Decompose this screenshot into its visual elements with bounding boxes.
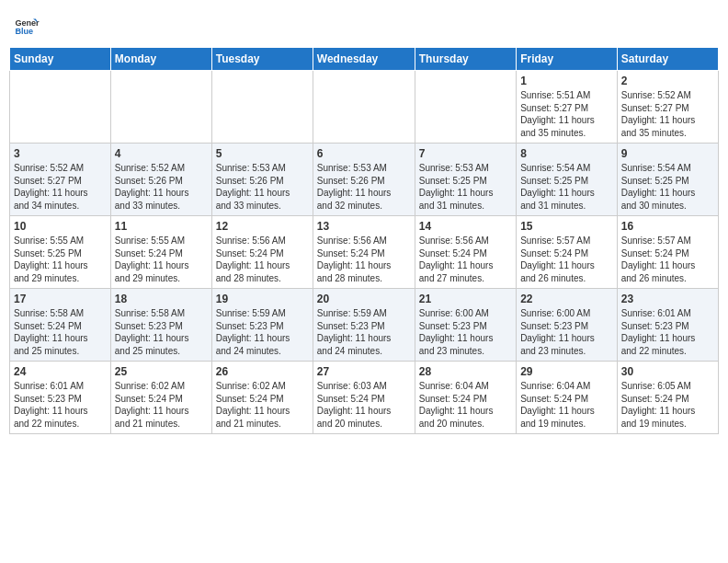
calendar-cell — [110, 71, 211, 144]
day-number: 30 — [621, 365, 714, 378]
calendar-week-3: 10Sunrise: 5:55 AMSunset: 5:25 PMDayligh… — [10, 216, 719, 289]
day-info: Sunrise: 5:55 AMSunset: 5:24 PMDaylight:… — [115, 235, 208, 284]
day-info: Sunrise: 5:59 AMSunset: 5:23 PMDaylight:… — [216, 307, 309, 357]
day-number: 26 — [216, 365, 309, 378]
day-number: 1 — [520, 75, 613, 87]
day-info: Sunrise: 5:55 AMSunset: 5:25 PMDaylight:… — [14, 235, 107, 284]
calendar-cell: 6Sunrise: 5:53 AMSunset: 5:26 PMDaylight… — [313, 144, 415, 216]
calendar-cell: 24Sunrise: 6:01 AMSunset: 5:23 PMDayligh… — [10, 362, 111, 434]
calendar-cell — [10, 71, 111, 144]
day-info: Sunrise: 5:57 AMSunset: 5:24 PMDaylight:… — [520, 235, 613, 284]
calendar-week-4: 17Sunrise: 5:58 AMSunset: 5:24 PMDayligh… — [10, 289, 719, 362]
day-info: Sunrise: 6:01 AMSunset: 5:23 PMDaylight:… — [14, 380, 107, 430]
day-number: 15 — [520, 220, 613, 233]
day-number: 23 — [621, 293, 714, 305]
day-number: 22 — [520, 293, 613, 305]
calendar-cell: 28Sunrise: 6:04 AMSunset: 5:24 PMDayligh… — [415, 362, 516, 434]
day-number: 7 — [419, 147, 512, 160]
calendar-cell: 8Sunrise: 5:54 AMSunset: 5:25 PMDaylight… — [517, 144, 618, 216]
weekday-friday: Friday — [517, 48, 618, 71]
calendar-cell: 22Sunrise: 6:00 AMSunset: 5:23 PMDayligh… — [517, 289, 618, 362]
calendar-cell: 5Sunrise: 5:53 AMSunset: 5:26 PMDaylight… — [211, 144, 313, 216]
calendar-cell: 15Sunrise: 5:57 AMSunset: 5:24 PMDayligh… — [517, 216, 618, 289]
calendar-body: 1Sunrise: 5:51 AMSunset: 5:27 PMDaylight… — [10, 71, 719, 434]
day-number: 14 — [419, 220, 512, 233]
calendar-cell: 3Sunrise: 5:52 AMSunset: 5:27 PMDaylight… — [10, 144, 111, 216]
day-info: Sunrise: 5:59 AMSunset: 5:23 PMDaylight:… — [317, 307, 411, 357]
day-number: 19 — [216, 293, 309, 305]
day-info: Sunrise: 5:58 AMSunset: 5:23 PMDaylight:… — [115, 307, 208, 357]
day-number: 16 — [621, 220, 714, 233]
day-info: Sunrise: 5:56 AMSunset: 5:24 PMDaylight:… — [216, 235, 309, 284]
day-number: 8 — [520, 147, 613, 160]
day-info: Sunrise: 5:54 AMSunset: 5:25 PMDaylight:… — [621, 162, 714, 212]
day-info: Sunrise: 6:04 AMSunset: 5:24 PMDaylight:… — [520, 380, 613, 430]
day-number: 3 — [14, 147, 107, 160]
day-info: Sunrise: 5:52 AMSunset: 5:27 PMDaylight:… — [621, 89, 714, 139]
day-number: 4 — [115, 147, 208, 160]
calendar-cell: 14Sunrise: 5:56 AMSunset: 5:24 PMDayligh… — [415, 216, 516, 289]
day-info: Sunrise: 5:58 AMSunset: 5:24 PMDaylight:… — [14, 307, 107, 357]
day-number: 2 — [621, 75, 714, 87]
calendar-cell: 30Sunrise: 6:05 AMSunset: 5:24 PMDayligh… — [617, 362, 718, 434]
calendar-cell: 21Sunrise: 6:00 AMSunset: 5:23 PMDayligh… — [415, 289, 516, 362]
day-info: Sunrise: 5:53 AMSunset: 5:26 PMDaylight:… — [317, 162, 411, 212]
day-number: 13 — [317, 220, 411, 233]
calendar-cell: 27Sunrise: 6:03 AMSunset: 5:24 PMDayligh… — [313, 362, 415, 434]
day-info: Sunrise: 5:53 AMSunset: 5:25 PMDaylight:… — [419, 162, 512, 212]
calendar-cell — [211, 71, 313, 144]
day-number: 12 — [216, 220, 309, 233]
calendar-week-2: 3Sunrise: 5:52 AMSunset: 5:27 PMDaylight… — [10, 144, 719, 216]
day-number: 27 — [317, 365, 411, 378]
calendar-cell: 9Sunrise: 5:54 AMSunset: 5:25 PMDaylight… — [617, 144, 718, 216]
day-number: 5 — [216, 147, 309, 160]
calendar-week-1: 1Sunrise: 5:51 AMSunset: 5:27 PMDaylight… — [10, 71, 719, 144]
day-number: 25 — [115, 365, 208, 378]
weekday-saturday: Saturday — [617, 48, 718, 71]
calendar-cell — [415, 71, 516, 144]
day-info: Sunrise: 6:00 AMSunset: 5:23 PMDaylight:… — [419, 307, 512, 357]
day-info: Sunrise: 5:52 AMSunset: 5:27 PMDaylight:… — [14, 162, 107, 212]
day-info: Sunrise: 6:00 AMSunset: 5:23 PMDaylight:… — [520, 307, 613, 357]
calendar-cell: 12Sunrise: 5:56 AMSunset: 5:24 PMDayligh… — [211, 216, 313, 289]
calendar-cell: 19Sunrise: 5:59 AMSunset: 5:23 PMDayligh… — [211, 289, 313, 362]
day-number: 20 — [317, 293, 411, 305]
weekday-header-row: SundayMondayTuesdayWednesdayThursdayFrid… — [10, 48, 719, 71]
day-number: 21 — [419, 293, 512, 305]
calendar-cell: 20Sunrise: 5:59 AMSunset: 5:23 PMDayligh… — [313, 289, 415, 362]
day-info: Sunrise: 6:05 AMSunset: 5:24 PMDaylight:… — [621, 380, 714, 430]
calendar-cell: 25Sunrise: 6:02 AMSunset: 5:24 PMDayligh… — [110, 362, 211, 434]
svg-text:Blue: Blue — [15, 27, 33, 36]
day-number: 18 — [115, 293, 208, 305]
day-info: Sunrise: 5:57 AMSunset: 5:24 PMDaylight:… — [621, 235, 714, 284]
calendar-cell: 4Sunrise: 5:52 AMSunset: 5:26 PMDaylight… — [110, 144, 211, 216]
day-number: 9 — [621, 147, 714, 160]
calendar-cell: 17Sunrise: 5:58 AMSunset: 5:24 PMDayligh… — [10, 289, 111, 362]
logo: General Blue — [14, 14, 40, 40]
calendar-cell: 16Sunrise: 5:57 AMSunset: 5:24 PMDayligh… — [617, 216, 718, 289]
calendar-cell: 26Sunrise: 6:02 AMSunset: 5:24 PMDayligh… — [211, 362, 313, 434]
day-info: Sunrise: 6:03 AMSunset: 5:24 PMDaylight:… — [317, 380, 411, 430]
logo-icon: General Blue — [14, 14, 40, 40]
calendar-cell: 23Sunrise: 6:01 AMSunset: 5:23 PMDayligh… — [617, 289, 718, 362]
calendar-cell — [313, 71, 415, 144]
day-info: Sunrise: 5:54 AMSunset: 5:25 PMDaylight:… — [520, 162, 613, 212]
day-info: Sunrise: 6:02 AMSunset: 5:24 PMDaylight:… — [115, 380, 208, 430]
day-number: 28 — [419, 365, 512, 378]
weekday-tuesday: Tuesday — [211, 48, 313, 71]
calendar-cell: 1Sunrise: 5:51 AMSunset: 5:27 PMDaylight… — [517, 71, 618, 144]
day-info: Sunrise: 5:56 AMSunset: 5:24 PMDaylight:… — [419, 235, 512, 284]
day-number: 29 — [520, 365, 613, 378]
page-header: General Blue — [9, 9, 719, 40]
day-info: Sunrise: 6:01 AMSunset: 5:23 PMDaylight:… — [621, 307, 714, 357]
day-number: 24 — [14, 365, 107, 378]
calendar-week-5: 24Sunrise: 6:01 AMSunset: 5:23 PMDayligh… — [10, 362, 719, 434]
day-number: 17 — [14, 293, 107, 305]
weekday-thursday: Thursday — [415, 48, 516, 71]
calendar-cell: 7Sunrise: 5:53 AMSunset: 5:25 PMDaylight… — [415, 144, 516, 216]
day-info: Sunrise: 5:53 AMSunset: 5:26 PMDaylight:… — [216, 162, 309, 212]
calendar-cell: 18Sunrise: 5:58 AMSunset: 5:23 PMDayligh… — [110, 289, 211, 362]
calendar-cell: 13Sunrise: 5:56 AMSunset: 5:24 PMDayligh… — [313, 216, 415, 289]
day-info: Sunrise: 6:02 AMSunset: 5:24 PMDaylight:… — [216, 380, 309, 430]
day-info: Sunrise: 5:52 AMSunset: 5:26 PMDaylight:… — [115, 162, 208, 212]
